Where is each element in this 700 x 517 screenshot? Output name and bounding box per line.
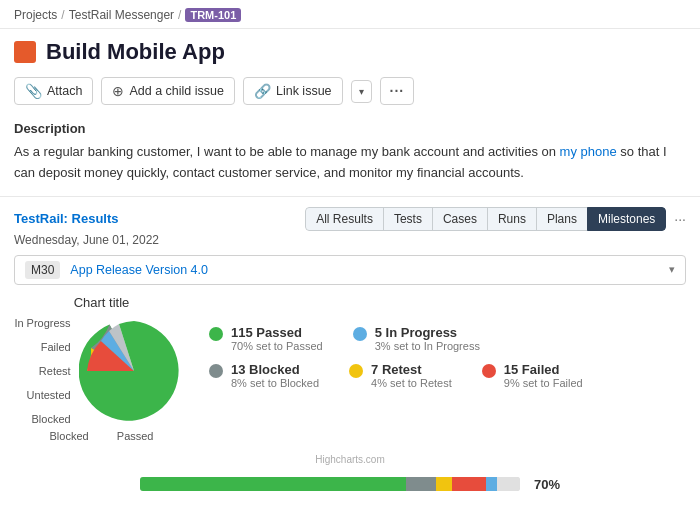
result-tab-milestones[interactable]: Milestones: [587, 207, 666, 231]
stat-dot: [482, 364, 496, 378]
result-tab-runs[interactable]: Runs: [487, 207, 537, 231]
pie-label: Retest: [39, 365, 71, 377]
pie-chart-container: Chart title In ProgressFailedRetestUntes…: [14, 295, 189, 442]
stat-dot: [353, 327, 367, 341]
chart-title: Chart title: [74, 295, 130, 310]
child-issue-icon: ⊕: [112, 83, 124, 99]
stat-item: 5 In Progress 3% set to In Progress: [353, 325, 480, 352]
progress-label: 70%: [534, 477, 560, 492]
progress-segment: [452, 477, 486, 491]
filter-link[interactable]: App Release Version 4.0: [70, 263, 208, 277]
stat-info: 15 Failed 9% set to Failed: [504, 362, 583, 389]
description-text: As a regular banking customer, I want to…: [14, 142, 686, 184]
add-child-button[interactable]: ⊕ Add a child issue: [101, 77, 235, 105]
testrail-more-button[interactable]: ···: [674, 211, 686, 227]
progress-segment: [406, 477, 436, 491]
filter-row[interactable]: M30 App Release Version 4.0 ▾: [14, 255, 686, 285]
page-title: Build Mobile App: [46, 39, 225, 65]
stat-sub: 3% set to In Progress: [375, 340, 480, 352]
progress-segment: [486, 477, 497, 491]
link-issue-label: Link issue: [276, 84, 332, 98]
testrail-date: Wednesday, June 01, 2022: [14, 233, 686, 247]
title-area: Build Mobile App: [0, 29, 700, 71]
add-child-label: Add a child issue: [129, 84, 224, 98]
stat-sub: 4% set to Retest: [371, 377, 452, 389]
stat-info: 13 Blocked 8% set to Blocked: [231, 362, 319, 389]
result-tab-all-results[interactable]: All Results: [305, 207, 384, 231]
issue-badge: TRM-101: [185, 8, 241, 22]
progress-segment: [497, 477, 520, 491]
description-label: Description: [14, 121, 686, 136]
progress-segment: [140, 477, 406, 491]
stat-sub: 9% set to Failed: [504, 377, 583, 389]
pie-label: Blocked: [31, 413, 70, 425]
result-tab-tests[interactable]: Tests: [383, 207, 433, 231]
description-section: Description As a regular banking custome…: [0, 115, 700, 197]
breadcrumb-projects[interactable]: Projects: [14, 8, 57, 22]
stat-info: 115 Passed 70% set to Passed: [231, 325, 323, 352]
progress-segment: [436, 477, 451, 491]
pie-with-labels: In ProgressFailedRetestUntestedBlocked: [14, 316, 188, 426]
pie-labels-left: In ProgressFailedRetestUntestedBlocked: [14, 317, 74, 425]
toolbar: 📎 Attach ⊕ Add a child issue 🔗 Link issu…: [0, 71, 700, 115]
toolbar-dropdown-button[interactable]: ▾: [351, 80, 372, 103]
stats-container: 115 Passed 70% set to Passed 5 In Progre…: [209, 295, 686, 389]
testrail-section: TestRail: Results All ResultsTestsCasesR…: [0, 197, 700, 285]
stat-item: 13 Blocked 8% set to Blocked: [209, 362, 319, 389]
stat-info: 7 Retest 4% set to Retest: [371, 362, 452, 389]
testrail-header: TestRail: Results All ResultsTestsCasesR…: [14, 207, 686, 231]
stat-main: 5 In Progress: [375, 325, 480, 340]
stat-dot: [209, 327, 223, 341]
chart-area: Chart title In ProgressFailedRetestUntes…: [0, 295, 700, 450]
stat-item: 115 Passed 70% set to Passed: [209, 325, 323, 352]
breadcrumb-app[interactable]: TestRail Messenger: [69, 8, 174, 22]
attach-button[interactable]: 📎 Attach: [14, 77, 93, 105]
stat-info: 5 In Progress 3% set to In Progress: [375, 325, 480, 352]
stat-sub: 8% set to Blocked: [231, 377, 319, 389]
link-icon: 🔗: [254, 83, 271, 99]
result-tab-cases[interactable]: Cases: [432, 207, 488, 231]
stat-main: 115 Passed: [231, 325, 323, 340]
stat-main: 7 Retest: [371, 362, 452, 377]
stat-sub: 70% set to Passed: [231, 340, 323, 352]
breadcrumb: Projects / TestRail Messenger / TRM-101: [0, 0, 700, 29]
issue-type-icon: [14, 41, 36, 63]
stat-item: 15 Failed 9% set to Failed: [482, 362, 583, 389]
stat-dot: [209, 364, 223, 378]
filter-chevron-icon: ▾: [669, 263, 675, 276]
stat-main: 15 Failed: [504, 362, 583, 377]
stat-main: 13 Blocked: [231, 362, 319, 377]
pie-label: Failed: [41, 341, 71, 353]
stat-dot: [349, 364, 363, 378]
paperclip-icon: 📎: [25, 83, 42, 99]
highcharts-credit: Highcharts.com: [0, 450, 700, 473]
filter-badge: M30: [25, 261, 60, 279]
pie-label: Untested: [27, 389, 71, 401]
testrail-title: TestRail: Results: [14, 211, 119, 226]
progress-bar: [140, 477, 520, 491]
stat-item: 7 Retest 4% set to Retest: [349, 362, 452, 389]
pie-chart-svg: [79, 316, 189, 426]
stats-row-2: 13 Blocked 8% set to Blocked 7 Retest 4%…: [209, 362, 686, 389]
result-tabs: All ResultsTestsCasesRunsPlansMilestones: [305, 207, 666, 231]
pie-label: In Progress: [14, 317, 70, 329]
stats-row-1: 115 Passed 70% set to Passed 5 In Progre…: [209, 325, 686, 352]
toolbar-more-button[interactable]: ···: [380, 77, 415, 105]
result-tab-plans[interactable]: Plans: [536, 207, 588, 231]
attach-label: Attach: [47, 84, 82, 98]
link-issue-button[interactable]: 🔗 Link issue: [243, 77, 343, 105]
pie-labels-bottom: Blocked Passed: [42, 430, 162, 442]
progress-section: 70%: [0, 473, 700, 506]
